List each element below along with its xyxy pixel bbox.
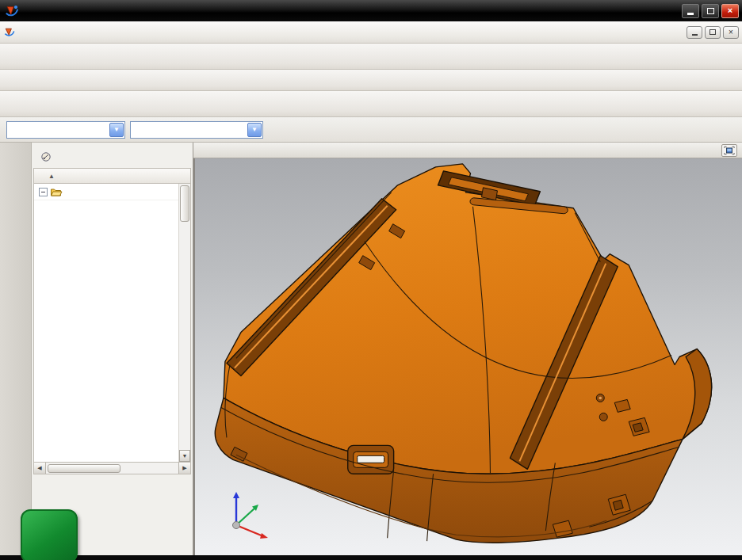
- doc-restore-icon: [709, 29, 716, 35]
- panel-header: [33, 147, 191, 168]
- standard-toolbar: [0, 44, 742, 70]
- tree-root-row[interactable]: [34, 184, 178, 200]
- viewport-canvas[interactable]: [193, 158, 742, 555]
- selection-bar: ▼ ▼: [0, 117, 742, 143]
- main-area: ▲ ▼ ◀: [0, 143, 742, 555]
- feature-toolbar: [0, 91, 742, 117]
- combo-arrow-icon: ▼: [109, 123, 124, 137]
- selection-filter-combo[interactable]: ▼: [6, 121, 125, 139]
- tree-container: ▼: [33, 184, 191, 463]
- scroll-left-button[interactable]: ◀: [34, 463, 46, 474]
- open-folder-icon: [50, 185, 63, 198]
- utility-toolbar: [0, 70, 742, 91]
- panel-splitter[interactable]: [33, 474, 191, 479]
- minimize-button[interactable]: [682, 4, 699, 18]
- scroll-right-button[interactable]: ▶: [178, 463, 190, 474]
- doc-minimize-button[interactable]: [687, 26, 702, 39]
- combo-arrow-icon: ▼: [247, 123, 262, 137]
- window-bottom-border: [0, 555, 742, 560]
- graphics-viewport: [193, 143, 742, 555]
- maximize-button[interactable]: [702, 4, 719, 18]
- nx-logo-icon: [5, 4, 19, 18]
- scroll-down-button[interactable]: ▼: [179, 450, 190, 462]
- viewport-strip: [193, 143, 742, 158]
- hscrollbar-thumb[interactable]: [48, 464, 120, 473]
- nx-application-window: × × ▼ ▼: [0, 0, 742, 560]
- vertical-scrollbar[interactable]: ▼: [178, 184, 190, 462]
- doc-minimize-icon: [692, 34, 698, 36]
- horizontal-scrollbar[interactable]: ◀ ▶: [33, 463, 191, 474]
- title-bar: ×: [0, 0, 742, 21]
- document-logo-icon: [3, 26, 16, 39]
- minimize-icon: [687, 13, 694, 15]
- column-header-name[interactable]: ▲: [33, 168, 191, 184]
- fullscreen-button[interactable]: [721, 144, 737, 157]
- scrollbar-thumb[interactable]: [180, 185, 189, 222]
- doc-restore-button[interactable]: [705, 26, 721, 39]
- doc-close-button[interactable]: ×: [723, 26, 739, 39]
- orientation-triad: [224, 484, 282, 543]
- close-button[interactable]: ×: [721, 4, 739, 18]
- sort-ascending-icon: ▲: [48, 173, 55, 180]
- resource-bar: [0, 143, 32, 555]
- part-navigator-panel: ▲ ▼ ◀: [32, 143, 193, 555]
- collapse-icon[interactable]: [39, 188, 48, 196]
- model-history-tree: [34, 184, 178, 462]
- part-navigator-icon: [40, 150, 52, 166]
- menu-bar: ×: [0, 21, 742, 44]
- selection-scope-combo[interactable]: ▼: [130, 121, 263, 139]
- maximize-icon: [707, 8, 714, 14]
